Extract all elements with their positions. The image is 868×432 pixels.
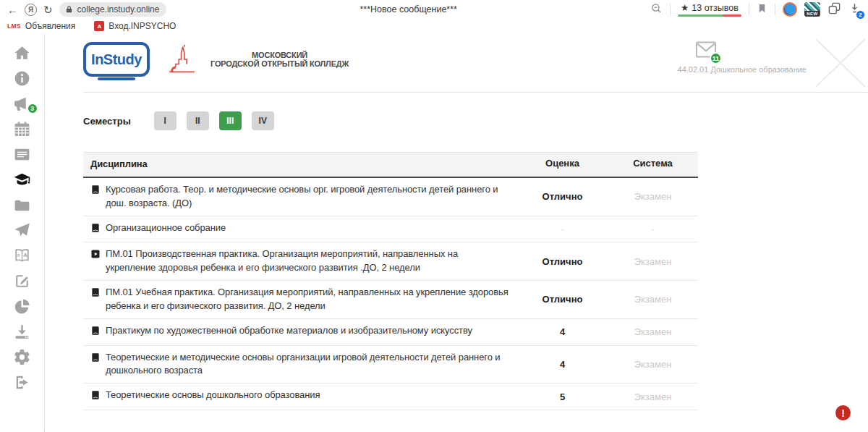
logout-icon	[13, 373, 31, 391]
discipline-name: Курсовая работа. Теор. и методические ос…	[106, 183, 510, 211]
announcements-badge: 3	[27, 103, 38, 114]
sidebar-item-statistics[interactable]	[12, 297, 33, 315]
system-value: Экзамен	[608, 386, 698, 407]
sidebar-item-logout[interactable]	[12, 373, 33, 391]
new-extension-icon[interactable]: NEW	[804, 2, 820, 17]
sidebar-item-grades[interactable]	[12, 170, 33, 189]
avatar-placeholder	[813, 35, 868, 90]
sidebar-item-messages[interactable]	[12, 221, 33, 240]
college-name: МОСКОВСКИЙ ГОРОДСКОЙ ОТКРЫТЫЙ КОЛЛЕДЖ	[210, 51, 349, 68]
exclamation-icon: !	[841, 407, 845, 419]
address-bar[interactable]: college.instudy.online	[59, 2, 167, 17]
table-row[interactable]: ПМ.01 Производственная практика. Организ…	[83, 242, 698, 281]
grade-value: -	[517, 219, 608, 238]
grade-value: 4	[517, 354, 608, 375]
instudy-logo-text: InStudy	[91, 51, 142, 68]
grade-value: Отлично	[517, 251, 608, 272]
sidebar-item-settings[interactable]	[12, 347, 33, 366]
downloads-badge: 2	[856, 10, 865, 20]
sidebar-item-edit[interactable]	[12, 271, 33, 290]
semester-button-1[interactable]: I	[154, 111, 176, 130]
grade-value: 4	[517, 321, 608, 342]
semester-button-2[interactable]: II	[187, 111, 209, 130]
semester-selector: Семестры I II III IV	[83, 111, 868, 130]
info-icon	[13, 69, 31, 88]
svg-text:A: A	[23, 252, 27, 258]
browser-extension-icon[interactable]	[783, 2, 797, 17]
sidebar-item-journal[interactable]	[12, 145, 33, 164]
mail-button[interactable]: 11	[695, 41, 717, 62]
reviews-count: 13 отзывов	[692, 3, 739, 13]
semesters-label: Семестры	[83, 116, 131, 127]
home-icon	[13, 44, 31, 62]
book-icon	[90, 287, 101, 313]
table-row[interactable]: Курсовая работа. Теор. и методические ос…	[83, 178, 698, 216]
alert-button[interactable]: !	[835, 405, 851, 420]
table-row[interactable]: Организационное собрание - -	[83, 216, 698, 243]
system-value: -	[608, 219, 698, 238]
page-header: InStudy МОСКОВСКИЙ ГОРОДСКОЙ ОТКРЫТЫЙ КО…	[83, 33, 868, 93]
edit-icon	[13, 272, 31, 290]
system-value: Экзамен	[608, 251, 698, 272]
url-text: college.instudy.online	[77, 4, 160, 14]
college-logo: МОСКОВСКИЙ ГОРОДСКОЙ ОТКРЫТЫЙ КОЛЛЕДЖ	[167, 43, 349, 75]
back-icon[interactable]: ←	[7, 4, 18, 15]
sidebar-item-courses[interactable]	[12, 195, 33, 214]
system-value: Экзамен	[608, 186, 698, 207]
sidebar-item-announcements[interactable]: 3	[12, 94, 33, 113]
bookmark-item-inpsycho[interactable]: A Вход.INPSYCHO	[94, 21, 176, 31]
bookmark-item-lms[interactable]: LMS Объявления	[7, 21, 75, 31]
table-row[interactable]: Теоретические и методические основы орга…	[83, 346, 698, 384]
tab-title[interactable]: ***Новое сообщение***	[173, 4, 644, 14]
toolbar-divider	[775, 4, 775, 15]
table-row[interactable]: Практикум по художественной обработке ма…	[83, 319, 698, 346]
calendar-icon	[13, 120, 31, 138]
table-row[interactable]: ПМ.01 Учебная практика. Организация меро…	[83, 281, 698, 319]
graduation-cap-icon	[13, 171, 31, 189]
discipline-name: ПМ.01 Производственная практика. Организ…	[106, 247, 510, 275]
system-value: Экзамен	[608, 321, 698, 342]
browser-logo-icon[interactable]: Я	[25, 4, 37, 16]
folder-icon	[13, 196, 31, 214]
star-icon: ★	[681, 2, 689, 13]
downloads-button[interactable]: 2	[848, 2, 861, 17]
semester-button-4[interactable]: IV	[252, 111, 274, 130]
refresh-icon[interactable]: ↻	[43, 4, 53, 15]
sidebar-item-home[interactable]	[12, 43, 33, 62]
toolbar-divider	[749, 4, 749, 15]
sidebar: 3 Aя	[0, 33, 45, 432]
discipline-name: Теоретические и методические основы орга…	[106, 351, 510, 378]
play-icon	[90, 249, 101, 275]
lock-icon	[65, 5, 73, 14]
sidebar-item-language[interactable]: Aя	[12, 246, 33, 265]
book-icon	[90, 326, 101, 340]
sidebar-item-calendar[interactable]	[12, 119, 33, 138]
college-tower-icon	[167, 43, 205, 75]
browser-toolbar: ← Я ↻ college.instudy.online ***Новое со…	[0, 0, 868, 19]
paper-plane-icon	[13, 221, 31, 240]
book-icon	[90, 185, 101, 211]
download-icon	[13, 323, 31, 341]
sidebar-item-info[interactable]	[12, 69, 33, 88]
grades-table: Дисциплина Оценка Система Курсовая работ…	[83, 152, 698, 410]
instudy-logo[interactable]: InStudy	[83, 42, 150, 77]
bookmark-label: Вход.INPSYCHO	[109, 21, 176, 31]
grade-value: 5	[517, 386, 608, 407]
gear-icon	[13, 348, 31, 366]
book-icon	[90, 390, 101, 405]
bookmark-icon[interactable]	[757, 2, 767, 17]
search-icon[interactable]	[650, 2, 663, 17]
extension-icon[interactable]	[827, 1, 841, 18]
bookmarks-bar: LMS Объявления A Вход.INPSYCHO	[0, 19, 868, 33]
discipline-name: ПМ.01 Учебная практика. Организация меро…	[106, 286, 510, 313]
discipline-name: Организационное собрание	[106, 221, 226, 237]
reviews-rating-bar	[678, 14, 741, 17]
book-icon	[90, 352, 101, 378]
semester-button-3[interactable]: III	[219, 111, 242, 130]
discipline-name: Теоретические основы дошкольного образов…	[106, 389, 320, 405]
reviews-button[interactable]: ★ 13 отзывов	[678, 2, 741, 17]
table-row[interactable]: Теоретические основы дошкольного образов…	[83, 384, 698, 410]
toolbar-divider	[670, 4, 671, 15]
sidebar-item-downloads[interactable]	[12, 322, 33, 341]
grade-value: Отлично	[517, 289, 608, 310]
